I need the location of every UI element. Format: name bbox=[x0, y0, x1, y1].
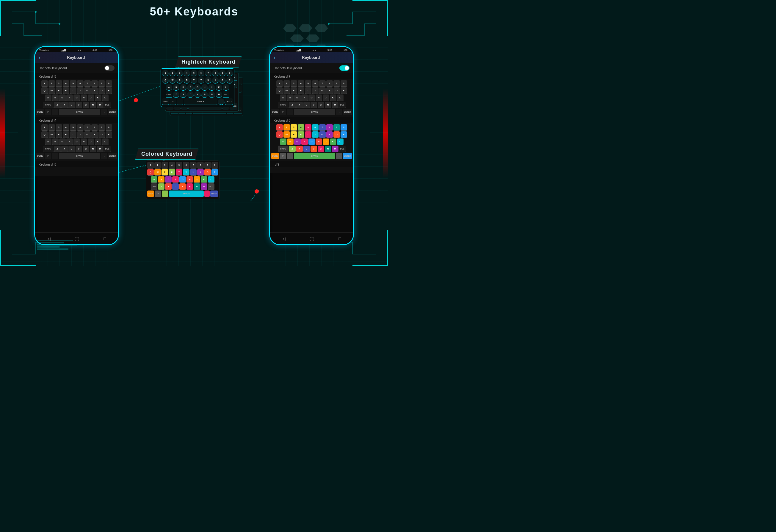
key[interactable]: 8 bbox=[197, 162, 204, 169]
key[interactable]: 1 bbox=[41, 124, 48, 131]
key[interactable]: , bbox=[177, 98, 183, 105]
key[interactable]: C bbox=[187, 91, 194, 98]
key[interactable]: N bbox=[90, 146, 96, 152]
key[interactable]: 3 bbox=[176, 70, 183, 76]
enter-key[interactable]: ENTER bbox=[343, 153, 352, 159]
key[interactable]: F bbox=[172, 176, 179, 183]
key[interactable]: Q bbox=[276, 131, 283, 138]
key[interactable]: , bbox=[162, 191, 168, 197]
key[interactable]: 0 bbox=[341, 80, 347, 87]
key[interactable]: U bbox=[205, 77, 211, 83]
key[interactable]: 3 bbox=[56, 80, 62, 87]
key[interactable]: G bbox=[179, 176, 186, 183]
space-key[interactable]: SPACE bbox=[59, 153, 100, 159]
key[interactable]: 4 bbox=[63, 80, 69, 87]
done-key[interactable]: DONE bbox=[147, 191, 154, 197]
key[interactable]: W bbox=[283, 87, 290, 94]
key[interactable]: V bbox=[75, 146, 82, 152]
key[interactable]: R bbox=[184, 77, 190, 83]
key[interactable]: C bbox=[68, 146, 75, 152]
key[interactable]: 4 bbox=[169, 162, 175, 169]
key[interactable]: R bbox=[63, 87, 69, 94]
key[interactable]: T bbox=[191, 77, 197, 83]
key[interactable]: # bbox=[279, 153, 286, 159]
key[interactable]: 1 bbox=[41, 80, 48, 87]
back-button-left[interactable]: ‹ bbox=[39, 54, 40, 61]
key[interactable]: M bbox=[332, 102, 339, 108]
key[interactable]: 4 bbox=[298, 80, 304, 87]
key[interactable]: X bbox=[165, 183, 172, 190]
key[interactable]: K bbox=[95, 94, 102, 101]
key[interactable]: 5 bbox=[176, 162, 182, 169]
del-key[interactable]: DEL bbox=[208, 183, 214, 190]
key[interactable]: 2 bbox=[154, 162, 161, 169]
key[interactable]: 0 bbox=[341, 124, 347, 131]
caps-key[interactable]: CAPS bbox=[166, 91, 173, 98]
key[interactable]: W bbox=[154, 169, 161, 176]
key[interactable]: 1 bbox=[276, 124, 283, 131]
key[interactable]: I bbox=[212, 77, 219, 83]
key[interactable]: T bbox=[176, 169, 182, 176]
enter-key[interactable]: ENTER bbox=[210, 191, 218, 197]
del-key[interactable]: DEL bbox=[104, 102, 111, 108]
key[interactable]: 8 bbox=[326, 80, 333, 87]
toggle-switch-right[interactable] bbox=[339, 65, 350, 71]
key[interactable]: 1 bbox=[276, 80, 283, 87]
key[interactable]: 5 bbox=[305, 80, 312, 87]
key[interactable]: X bbox=[296, 102, 303, 108]
key[interactable]: I bbox=[91, 87, 98, 94]
key[interactable]: J bbox=[194, 176, 200, 183]
key[interactable]: 3 bbox=[56, 124, 62, 131]
key[interactable]: L bbox=[337, 139, 344, 145]
key[interactable]: P bbox=[341, 87, 347, 94]
key[interactable]: 8 bbox=[326, 124, 333, 131]
key[interactable]: 7 bbox=[190, 162, 197, 169]
key[interactable]: # bbox=[170, 98, 176, 105]
key[interactable]: S bbox=[158, 176, 165, 183]
key[interactable]: M bbox=[97, 146, 104, 152]
key[interactable]: G bbox=[309, 139, 315, 145]
key[interactable]: Y bbox=[77, 131, 83, 138]
key[interactable]: O bbox=[99, 87, 105, 94]
key[interactable]: 6 bbox=[312, 80, 319, 87]
key[interactable]: J bbox=[323, 139, 329, 145]
key[interactable]: L bbox=[102, 94, 109, 101]
key[interactable]: 3 bbox=[290, 124, 297, 131]
key[interactable]: Q bbox=[276, 87, 283, 94]
key[interactable]: H bbox=[316, 94, 322, 101]
key[interactable]: 6 bbox=[77, 124, 83, 131]
key[interactable]: Y bbox=[198, 77, 204, 83]
key[interactable]: W bbox=[48, 131, 55, 138]
key[interactable]: A bbox=[280, 94, 286, 101]
enter-key[interactable]: ENTER bbox=[343, 109, 352, 115]
key[interactable]: O bbox=[204, 169, 211, 176]
key[interactable]: V bbox=[194, 91, 201, 98]
done-key[interactable]: DONE bbox=[271, 153, 279, 159]
key[interactable]: E bbox=[290, 87, 297, 94]
key[interactable]: H bbox=[316, 139, 322, 145]
key[interactable]: 9 bbox=[99, 80, 105, 87]
key[interactable]: F bbox=[301, 94, 308, 101]
key[interactable]: D bbox=[59, 94, 66, 101]
key[interactable]: A bbox=[45, 94, 51, 101]
key[interactable]: H bbox=[80, 139, 87, 145]
key[interactable]: 9 bbox=[334, 80, 340, 87]
key[interactable]: T bbox=[305, 131, 312, 138]
key[interactable]: Q bbox=[162, 77, 169, 83]
key[interactable]: V bbox=[179, 183, 186, 190]
caps-key[interactable]: CAPS bbox=[43, 146, 53, 152]
del-key[interactable]: DEL bbox=[339, 102, 346, 108]
phone-scroll-left[interactable]: Keyboard I3 1234567890 QWERTYUIOP ASDFGH… bbox=[35, 73, 118, 245]
key[interactable]: K bbox=[216, 84, 222, 91]
key[interactable]: , bbox=[287, 109, 293, 115]
key[interactable]: R bbox=[298, 87, 304, 94]
key[interactable]: , bbox=[52, 109, 58, 115]
key[interactable]: S bbox=[52, 139, 58, 145]
key[interactable]: D bbox=[59, 139, 66, 145]
key[interactable]: V bbox=[311, 102, 317, 108]
key[interactable]: Z bbox=[289, 146, 296, 152]
key[interactable]: G bbox=[309, 94, 315, 101]
space-key[interactable]: SPACE bbox=[169, 191, 203, 197]
space-key[interactable]: SPACE bbox=[59, 109, 100, 115]
key[interactable]: P bbox=[106, 131, 112, 138]
